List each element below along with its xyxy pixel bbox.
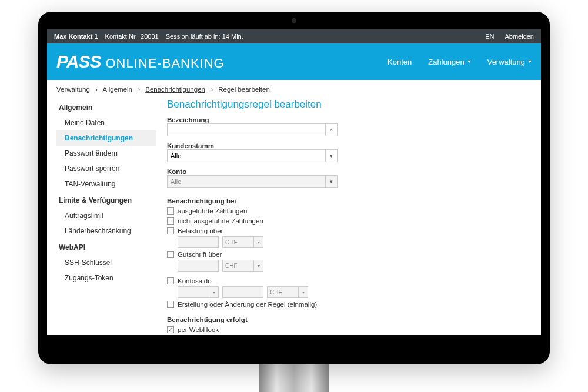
crumb-notifications[interactable]: Benachrichtigungen bbox=[145, 86, 205, 93]
debit-amount-input[interactable] bbox=[178, 236, 219, 248]
main-panel: Benachrichtigungsregel bearbeiten Bezeic… bbox=[167, 99, 532, 335]
kundenstamm-select[interactable]: Alle▾ bbox=[167, 149, 338, 162]
label-notify-via: Benachrichtigung erfolgt bbox=[167, 316, 532, 323]
sidebar-head-limits: Limite & Verfügungen bbox=[56, 192, 156, 208]
credit-amount-input[interactable] bbox=[178, 260, 219, 272]
balance-op-select[interactable]: ▾ bbox=[178, 286, 219, 298]
chk-not-executed-label: nicht ausgeführte Zahlungen bbox=[178, 217, 263, 225]
main-nav: Konten Zahlungen Verwaltung bbox=[387, 58, 532, 66]
chevron-down-icon: ▾ bbox=[253, 237, 263, 247]
label-notify-on: Benachrichtigung bei bbox=[167, 197, 532, 205]
chk-executed-label: ausgeführte Zahlungen bbox=[178, 207, 247, 215]
chevron-down-icon bbox=[528, 61, 532, 63]
logo-mark: PASS bbox=[56, 52, 101, 72]
label-bezeichnung: Bezeichnung bbox=[167, 116, 532, 123]
chk-debit[interactable] bbox=[167, 227, 174, 234]
logo: PASS ONLINE-BANKING bbox=[56, 52, 225, 72]
chk-debit-label: Belastung über bbox=[178, 227, 223, 234]
sidebar: Allgemein Meine Daten Benachrichtigungen… bbox=[56, 99, 156, 335]
nav-admin[interactable]: Verwaltung bbox=[487, 58, 532, 66]
close-icon[interactable]: × bbox=[325, 124, 337, 136]
chk-balance[interactable] bbox=[167, 277, 174, 284]
chevron-down-icon: ▾ bbox=[325, 150, 337, 162]
sidebar-item-countrylimit[interactable]: Länderbeschränkung bbox=[56, 223, 156, 239]
konto-select[interactable]: Alle▾ bbox=[167, 175, 338, 188]
crumb-admin[interactable]: Verwaltung bbox=[56, 86, 90, 93]
sidebar-item-ssh[interactable]: SSH-Schlüssel bbox=[56, 255, 156, 270]
chevron-down-icon: ▾ bbox=[253, 260, 263, 271]
bezeichnung-input[interactable]: × bbox=[167, 123, 338, 136]
chk-credit-label: Gutschrift über bbox=[178, 251, 222, 258]
chk-webhook-label: per WebHook bbox=[178, 326, 219, 333]
crumb-general[interactable]: Allgemein bbox=[103, 86, 133, 93]
chk-executed[interactable] bbox=[167, 207, 174, 215]
banner: PASS ONLINE-BANKING Konten Zahlungen Ver… bbox=[47, 43, 541, 80]
balance-amount-input[interactable] bbox=[222, 286, 263, 298]
chevron-down-icon bbox=[467, 61, 471, 63]
chevron-down-icon: ▾ bbox=[325, 176, 337, 187]
monitor-stand bbox=[259, 364, 329, 392]
sidebar-item-token[interactable]: Zugangs-Token bbox=[56, 270, 156, 286]
sidebar-item-change-password[interactable]: Passwort ändern bbox=[56, 146, 156, 161]
content: Allgemein Meine Daten Benachrichtigungen… bbox=[47, 99, 541, 335]
sidebar-item-orderlimit[interactable]: Auftragslimit bbox=[56, 208, 156, 223]
lang-switch[interactable]: EN bbox=[485, 33, 494, 40]
chk-credit[interactable] bbox=[167, 251, 174, 258]
sidebar-head-webapi: WebAPI bbox=[56, 239, 156, 255]
chk-balance-label: Kontosaldo bbox=[178, 277, 212, 284]
screen: Max Kontakt 1 Kontakt Nr.: 20001 Session… bbox=[47, 29, 541, 335]
chk-webhook[interactable]: ✓ bbox=[167, 326, 174, 333]
label-kundenstamm: Kundenstamm bbox=[167, 142, 532, 149]
chevron-down-icon: ▾ bbox=[209, 287, 218, 297]
chk-not-executed[interactable] bbox=[167, 217, 174, 225]
crumb-edit-rule: Regel bearbeiten bbox=[218, 86, 270, 93]
balance-currency-select[interactable]: CHF▾ bbox=[267, 286, 308, 298]
breadcrumb: Verwaltung › Allgemein › Benachrichtigun… bbox=[47, 80, 541, 99]
user-name: Max Kontakt 1 bbox=[54, 33, 98, 40]
sidebar-item-mydata[interactable]: Meine Daten bbox=[56, 115, 156, 130]
sidebar-head-general: Allgemein bbox=[56, 99, 156, 115]
topbar: Max Kontakt 1 Kontakt Nr.: 20001 Session… bbox=[47, 29, 541, 43]
crumb-sep: › bbox=[95, 86, 98, 93]
camera-icon bbox=[292, 18, 296, 23]
sidebar-item-block-password[interactable]: Passwort sperren bbox=[56, 161, 156, 176]
logo-text: ONLINE-BANKING bbox=[105, 56, 224, 71]
sidebar-item-tan[interactable]: TAN-Verwaltung bbox=[56, 176, 156, 192]
crumb-sep: › bbox=[138, 86, 140, 93]
crumb-sep: › bbox=[211, 86, 213, 93]
logout-link[interactable]: Abmelden bbox=[505, 33, 534, 40]
chk-rule-change-label: Erstellung oder Änderung der Regel (einm… bbox=[178, 301, 317, 308]
label-konto: Konto bbox=[167, 168, 532, 175]
contact-number: Kontakt Nr.: 20001 bbox=[105, 33, 159, 40]
session-timer: Session läuft ab in: 14 Min. bbox=[166, 33, 243, 40]
monitor-frame: Max Kontakt 1 Kontakt Nr.: 20001 Session… bbox=[38, 12, 550, 364]
page-title: Benachrichtigungsregel bearbeiten bbox=[167, 99, 532, 110]
chevron-down-icon: ▾ bbox=[298, 287, 308, 297]
credit-currency-select[interactable]: CHF▾ bbox=[222, 260, 263, 272]
debit-currency-select[interactable]: CHF▾ bbox=[222, 236, 263, 248]
sidebar-item-notifications[interactable]: Benachrichtigungen bbox=[56, 130, 156, 146]
nav-payments[interactable]: Zahlungen bbox=[428, 58, 470, 66]
nav-accounts[interactable]: Konten bbox=[387, 58, 412, 66]
chk-rule-change[interactable] bbox=[167, 301, 174, 308]
